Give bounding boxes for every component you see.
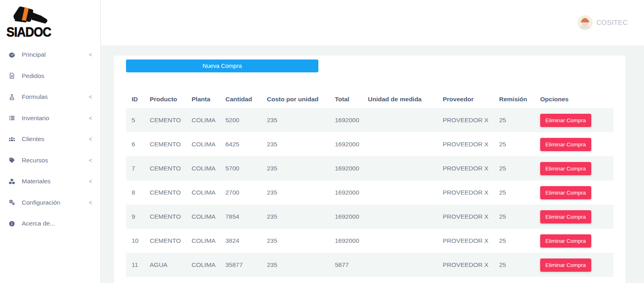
col-planta: Planta [186,90,220,108]
cell-id: 7 [126,156,144,180]
col-producto: Producto [144,90,186,108]
cell-total: 1692000 [329,229,362,253]
cell-remision: 25 [493,156,535,180]
eliminar-compra-button[interactable]: Eliminar Compra [540,162,591,175]
table-row: 7 CEMENTO COLIMA 5700 235 1692000 PROVEE… [126,156,613,180]
cell-producto: AGUA [144,253,186,277]
cell-remision: 25 [493,180,535,205]
sidebar-item-label: Principal [22,51,45,58]
sidebar-item-materiales[interactable]: Materiales < [0,171,100,192]
cell-unidad [362,132,437,156]
eliminar-compra-button[interactable]: Eliminar Compra [540,138,591,151]
cell-planta: COLIMA [186,180,220,205]
cell-planta: COLIMA [186,132,220,156]
table-row: 8 CEMENTO COLIMA 2700 235 1692000 PROVEE… [126,180,613,205]
chevron-left-icon[interactable]: < [89,157,92,164]
cell-unidad [362,156,437,180]
cell-planta: COLIMA [186,253,220,277]
cell-remision: 25 [493,108,535,132]
flask-icon [8,94,17,100]
eliminar-compra-button[interactable]: Eliminar Compra [540,114,591,127]
cell-total: 5877 [329,253,362,277]
cell-producto: CEMENTO [144,180,186,205]
chevron-left-icon[interactable]: < [89,136,92,142]
col-costo-por-unidad: Costo por unidad [261,90,329,108]
cell-unidad [362,180,437,205]
chevron-left-icon[interactable]: < [89,94,92,100]
cell-proveedor: PROVEEDOR X [437,156,493,180]
cell-remision: 25 [493,253,535,277]
sidebar-item-formulas[interactable]: Formulas < [0,86,100,108]
top-bar: COSITEC [101,0,644,45]
cell-opciones: Eliminar Compra [535,132,613,156]
cell-id: 5 [126,108,144,132]
cell-cantidad: 35877 [220,253,261,277]
table-row: 9 CEMENTO COLIMA 7854 235 1692000 PROVEE… [126,205,613,229]
cell-proveedor: PROVEEDOR X [437,229,493,253]
table-row: 11 AGUA COLIMA 35877 235 5877 PROVEEDOR … [126,253,613,277]
cell-unidad [362,205,437,229]
sidebar-item-configuracion[interactable]: Configuración < [0,192,100,213]
sidebar-item-label: Recursos [22,157,48,164]
sidebar-item-pedidos[interactable]: Pedidos [0,66,100,87]
sidebar-item-principal[interactable]: Principal < [0,44,100,66]
cell-total: 1692000 [329,108,362,132]
eliminar-compra-button[interactable]: Eliminar Compra [540,186,591,199]
cell-unidad [362,229,437,253]
cell-planta: COLIMA [186,156,220,180]
cell-opciones: Eliminar Compra [535,229,613,253]
document-icon [8,72,17,79]
sidebar-item-label: Clientes [22,135,44,143]
cell-opciones: Eliminar Compra [535,180,613,205]
cement-mixer-icon [6,4,54,27]
hardhat-avatar-icon[interactable] [578,15,592,30]
cell-total: 1692000 [329,132,362,156]
nueva-compra-button[interactable]: Nueva Compra [126,59,318,72]
col-unidad-de-medida: Unidad de medida [362,90,437,108]
cell-id: 6 [126,132,144,156]
eliminar-compra-button[interactable]: Eliminar Compra [540,258,591,272]
cell-producto: CEMENTO [144,205,186,229]
eliminar-compra-button[interactable]: Eliminar Compra [540,210,591,224]
cell-costo: 235 [261,156,329,180]
chevron-left-icon[interactable]: < [89,115,92,121]
cell-id: 11 [126,253,144,277]
cell-costo: 235 [261,180,329,205]
sidebar-item-clientes[interactable]: Clientes < [0,129,100,150]
chevron-left-icon[interactable]: < [89,199,92,206]
sidebar-item-label: Pedidos [22,72,44,80]
cell-proveedor: PROVEEDOR X [437,205,493,229]
col-remision: Remisión [493,90,535,108]
cubes-icon [8,178,17,185]
sidebar-item-label: Acerca de... [22,220,55,227]
col-id: ID [126,90,144,108]
gears-icon [8,199,17,206]
cell-id: 10 [126,229,144,253]
info-icon [8,220,17,227]
cell-costo: 235 [261,132,329,156]
cell-cantidad: 6425 [220,132,261,156]
col-total: Total [329,90,362,108]
cell-opciones: Eliminar Compra [535,253,613,277]
sidebar-item-label: Formulas [22,93,48,100]
siadoc-logo: SIADOC [0,0,100,39]
sidebar-item-inventario[interactable]: Inventario < [0,108,100,129]
purchases-card: Nueva Compra ID Producto Planta Cantidad… [114,55,625,283]
cell-cantidad: 2700 [220,180,261,205]
cell-opciones: Eliminar Compra [535,205,613,229]
cell-total: 1692000 [329,180,362,205]
cell-producto: CEMENTO [144,156,186,180]
table-row: 10 CEMENTO COLIMA 3824 235 1692000 PROVE… [126,229,613,253]
sidebar-item-acerca-de[interactable]: Acerca de... [0,213,100,234]
col-proveedor: Proveedor [437,90,493,108]
chevron-left-icon[interactable]: < [89,178,92,185]
sidebar-item-recursos[interactable]: Recursos < [0,150,100,171]
eliminar-compra-button[interactable]: Eliminar Compra [540,234,591,248]
chevron-left-icon[interactable]: < [89,51,92,58]
cell-proveedor: PROVEEDOR X [437,132,493,156]
tag-icon [8,157,17,164]
user-name[interactable]: COSITEC [597,19,628,27]
cell-costo: 235 [261,253,329,277]
cell-total: 1692000 [329,156,362,180]
cell-costo: 235 [261,205,329,229]
